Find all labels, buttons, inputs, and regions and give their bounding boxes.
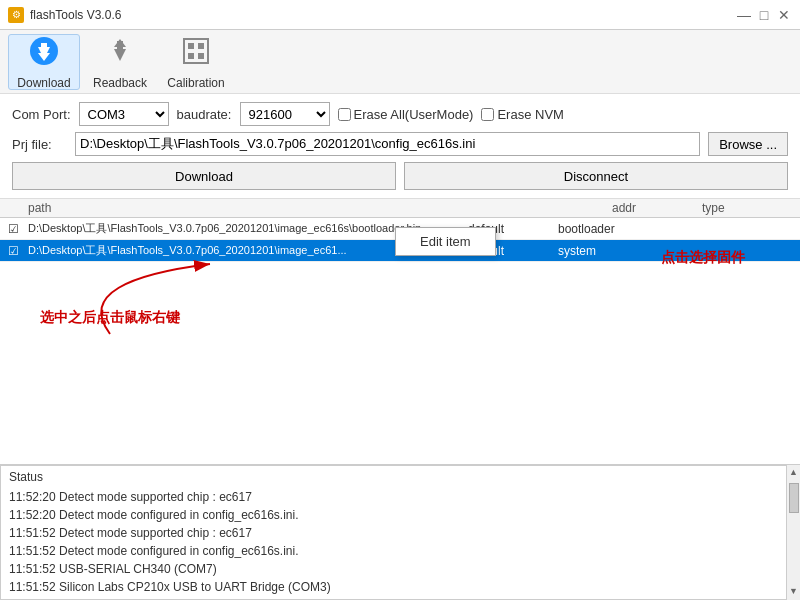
baudrate-label: baudrate:	[177, 107, 232, 122]
context-menu-edit-item[interactable]: Edit item	[396, 230, 495, 253]
toolbar-readback-label: Readback	[93, 76, 147, 90]
baudrate-select[interactable]: 921600 115200 460800	[240, 102, 330, 126]
title-bar-controls: — □ ✕	[736, 7, 792, 23]
status-line-2: 11:52:20 Detect mode configured in confi…	[9, 506, 791, 524]
readback-icon	[104, 35, 136, 74]
svg-marker-6	[114, 39, 126, 47]
status-line-3: 11:51:52 Detect mode supported chip : ec…	[9, 524, 791, 542]
prj-file-row: Prj file: Browse ...	[12, 132, 788, 156]
row1-type: bootloader	[558, 222, 648, 236]
toolbar-download-label: Download	[17, 76, 70, 90]
title-bar-left: ⚙ flashTools V3.0.6	[8, 7, 121, 23]
svg-rect-7	[184, 39, 208, 63]
app-icon: ⚙	[8, 7, 24, 23]
scroll-up-arrow[interactable]: ▲	[787, 465, 800, 479]
toolbar-calibration-button[interactable]: Calibration	[160, 34, 232, 90]
row1-check: ☑	[8, 222, 28, 236]
scroll-down-arrow[interactable]: ▼	[787, 584, 800, 598]
disconnect-button[interactable]: Disconnect	[404, 162, 788, 190]
annotation-right: 点击选择固件	[661, 249, 745, 267]
main-content: Com Port: COM3 COM1 COM2 COM4 baudrate: …	[0, 94, 800, 600]
maximize-button[interactable]: □	[756, 7, 772, 23]
com-port-row: Com Port: COM3 COM1 COM2 COM4 baudrate: …	[12, 102, 788, 126]
status-area: Status 11:52:20 Detect mode supported ch…	[0, 465, 800, 600]
svg-rect-8	[188, 43, 194, 49]
erase-nvm-label: Erase NVM	[497, 107, 563, 122]
status-scrollbar[interactable]: ▲ ▼	[786, 465, 800, 600]
toolbar-calibration-label: Calibration	[167, 76, 224, 90]
table-area: path addr type ☑ D:\Desktop\工具\FlashTool…	[0, 199, 800, 464]
svg-rect-10	[188, 53, 194, 59]
scroll-thumb[interactable]	[789, 483, 799, 513]
com-port-select[interactable]: COM3 COM1 COM2 COM4	[79, 102, 169, 126]
context-menu: Edit item	[395, 227, 496, 256]
prj-file-input[interactable]	[75, 132, 700, 156]
svg-rect-2	[41, 43, 47, 53]
erase-all-label: Erase All(UserMode)	[354, 107, 474, 122]
close-button[interactable]: ✕	[776, 7, 792, 23]
status-line-1: 11:52:20 Detect mode supported chip : ec…	[9, 488, 791, 506]
annotation-arrow-area: 选中之后点击鼠标右键	[30, 254, 230, 347]
toolbar-readback-button[interactable]: Readback	[84, 34, 156, 90]
annotation-bottom-text: 选中之后点击鼠标右键	[40, 309, 180, 327]
calibration-icon	[180, 35, 212, 74]
status-line-5: 11:51:52 USB-SERIAL CH340 (COM7)	[9, 560, 791, 578]
svg-rect-9	[198, 43, 204, 49]
row2-type: system	[558, 244, 648, 258]
status-title: Status	[9, 470, 791, 484]
col-check-header	[8, 201, 28, 215]
col-path-header: path	[28, 201, 612, 215]
row2-check: ☑	[8, 244, 28, 258]
action-row: Download Disconnect	[12, 162, 788, 190]
erase-all-checkbox-label: Erase All(UserMode)	[338, 107, 474, 122]
status-container: Status 11:52:20 Detect mode supported ch…	[0, 464, 800, 600]
prj-file-label: Prj file:	[12, 137, 67, 152]
table-header: path addr type	[0, 199, 800, 218]
title-bar: ⚙ flashTools V3.0.6 — □ ✕	[0, 0, 800, 30]
erase-all-checkbox[interactable]	[338, 108, 351, 121]
browse-button[interactable]: Browse ...	[708, 132, 788, 156]
status-line-4: 11:51:52 Detect mode configured in confi…	[9, 542, 791, 560]
annotation-arrow-svg	[30, 254, 230, 344]
minimize-button[interactable]: —	[736, 7, 752, 23]
erase-nvm-checkbox-label: Erase NVM	[481, 107, 563, 122]
col-addr-header: addr	[612, 201, 702, 215]
erase-nvm-checkbox[interactable]	[481, 108, 494, 121]
toolbar-download-button[interactable]: Download	[8, 34, 80, 90]
col-type-header: type	[702, 201, 792, 215]
status-line-6: 11:51:52 Silicon Labs CP210x USB to UART…	[9, 578, 791, 596]
annotation-right-text: 点击选择固件	[661, 249, 745, 265]
download-icon	[28, 35, 60, 74]
com-port-label: Com Port:	[12, 107, 71, 122]
annotation-cn-text: 选中之后点击鼠标右键	[40, 309, 180, 325]
svg-rect-11	[198, 53, 204, 59]
toolbar: Download Readback Calibration	[0, 30, 800, 94]
app-title: flashTools V3.0.6	[30, 8, 121, 22]
form-area: Com Port: COM3 COM1 COM2 COM4 baudrate: …	[0, 94, 800, 199]
download-button[interactable]: Download	[12, 162, 396, 190]
